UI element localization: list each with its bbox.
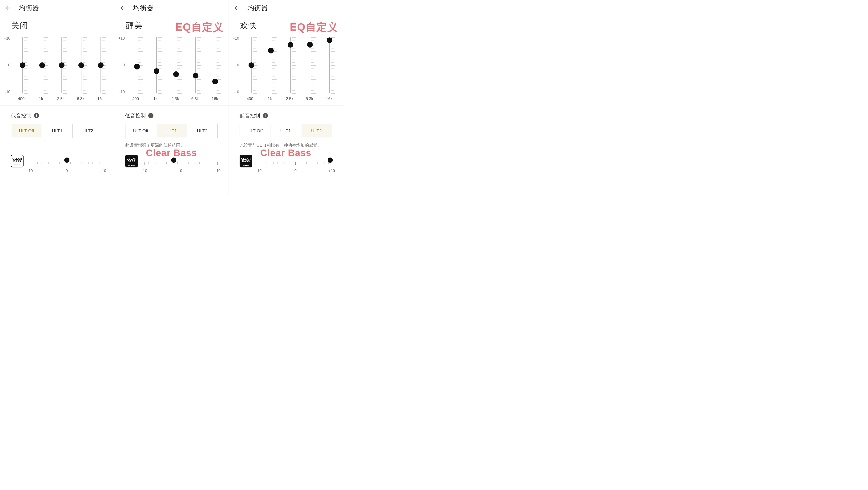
- info-icon[interactable]: i: [148, 113, 153, 118]
- eq-slider-knob[interactable]: [20, 62, 25, 68]
- bass-title: 低音控制: [11, 112, 32, 119]
- eq-band-label: 1k: [31, 95, 51, 101]
- eq-y-label: 0: [8, 63, 10, 67]
- bass-segmented-control: ULT OffULT1ULT2: [240, 124, 332, 138]
- eq-slider[interactable]: [149, 36, 164, 95]
- clear-bass-labels: -100+10: [240, 169, 332, 173]
- clear-bass-slider[interactable]: [30, 157, 103, 165]
- eq-y-labels: +100-10: [231, 36, 240, 95]
- annotation-eq-custom: EQ自定义: [175, 20, 224, 34]
- preset-name: 醇美: [126, 20, 143, 31]
- info-icon[interactable]: i: [34, 113, 39, 118]
- clear-bass-slider[interactable]: [145, 157, 218, 165]
- bass-section: 低音控制iULT OffULT1ULT2此设置增强了更深的低通范围。Clear …: [114, 106, 228, 173]
- bass-segment-ult2[interactable]: ULT2: [187, 124, 217, 138]
- eq-slider[interactable]: [264, 36, 278, 95]
- header: 均衡器: [114, 0, 228, 16]
- eq-slider[interactable]: [93, 36, 108, 95]
- bass-segmented-control: ULT OffULT1ULT2: [11, 124, 103, 138]
- eq-slider[interactable]: [169, 36, 183, 95]
- info-icon[interactable]: i: [263, 113, 268, 118]
- eq-y-label: 0: [123, 63, 125, 67]
- eq-slider-knob[interactable]: [154, 68, 159, 74]
- eq-slider[interactable]: [208, 36, 222, 95]
- clear-bass-labels: -100+10: [11, 169, 103, 173]
- eq-panel: +100-104001k2.5k6.3k16k: [0, 33, 114, 106]
- eq-slider[interactable]: [15, 36, 30, 95]
- clear-bass-icon: CLEARBASS: [125, 155, 138, 167]
- eq-slider[interactable]: [283, 36, 298, 95]
- eq-band-label: 6.3k: [185, 95, 205, 101]
- eq-slider-knob[interactable]: [193, 73, 198, 79]
- screen-pane: 均衡器醇美EQ自定义+100-104001k2.5k6.3k16k低音控制iUL…: [114, 0, 229, 193]
- eq-slider-knob[interactable]: [39, 62, 45, 68]
- eq-slider-knob[interactable]: [249, 62, 254, 68]
- eq-panel: +100-104001k2.5k6.3k16k: [114, 33, 228, 106]
- screen-pane: 均衡器欢快EQ自定义+100-104001k2.5k6.3k16k低音控制iUL…: [229, 0, 343, 193]
- bass-segment-ult2[interactable]: ULT2: [301, 124, 332, 138]
- eq-slider-knob[interactable]: [173, 71, 179, 77]
- clear-bass-label: +10: [211, 169, 220, 173]
- eq-band-label: 2.5k: [280, 95, 299, 101]
- eq-y-label: +10: [118, 36, 125, 40]
- page-title: 均衡器: [19, 3, 39, 12]
- eq-slider-knob[interactable]: [98, 62, 103, 68]
- bass-segment-ult1[interactable]: ULT1: [42, 124, 72, 138]
- clear-bass-label: 0: [291, 169, 300, 173]
- eq-slider-knob[interactable]: [288, 42, 293, 48]
- bass-segment-ult-off[interactable]: ULT Off: [240, 124, 271, 138]
- clear-bass-label: -10: [27, 169, 37, 173]
- eq-slider-knob[interactable]: [307, 42, 313, 48]
- bass-title: 低音控制: [240, 112, 260, 119]
- screen-pane: 均衡器关闭+100-104001k2.5k6.3k16k低音控制iULT Off…: [0, 0, 114, 193]
- bass-title: 低音控制: [125, 112, 146, 119]
- preset-name: 欢快: [240, 20, 257, 31]
- bass-segment-ult-off[interactable]: ULT Off: [11, 124, 42, 138]
- back-button[interactable]: [234, 4, 241, 12]
- eq-y-label: +10: [233, 36, 239, 40]
- bass-segment-ult-off[interactable]: ULT Off: [125, 124, 156, 138]
- eq-band-label: 16k: [319, 95, 339, 101]
- bass-segmented-control: ULT OffULT1ULT2: [125, 124, 218, 138]
- eq-band-label: 2.5k: [165, 95, 185, 101]
- eq-slider[interactable]: [188, 36, 203, 95]
- eq-slider[interactable]: [74, 36, 89, 95]
- preset-row: 醇美EQ自定义: [114, 16, 228, 33]
- bass-description: [11, 143, 103, 149]
- clear-bass-label: 0: [62, 169, 71, 173]
- eq-slider[interactable]: [35, 36, 50, 95]
- eq-slider-knob[interactable]: [212, 79, 218, 84]
- eq-band-label: 400: [11, 95, 31, 101]
- eq-slider[interactable]: [322, 36, 337, 95]
- eq-y-label: +10: [4, 36, 10, 40]
- eq-slider-knob[interactable]: [79, 62, 84, 68]
- eq-y-label: -10: [119, 90, 125, 94]
- eq-slider-knob[interactable]: [268, 48, 274, 54]
- eq-slider[interactable]: [130, 36, 144, 95]
- page-title: 均衡器: [133, 3, 154, 12]
- eq-slider[interactable]: [54, 36, 69, 95]
- eq-band-label: 6.3k: [71, 95, 91, 101]
- eq-band-label: 400: [240, 95, 260, 101]
- eq-band-label: 16k: [91, 95, 111, 101]
- back-button[interactable]: [5, 4, 12, 12]
- header: 均衡器: [229, 0, 343, 16]
- back-button[interactable]: [119, 4, 127, 12]
- bass-segment-ult1[interactable]: ULT1: [156, 124, 187, 138]
- eq-slider-knob[interactable]: [327, 37, 332, 43]
- clear-bass-label: 0: [177, 169, 186, 173]
- eq-band-label: 6.3k: [300, 95, 319, 101]
- bass-section: 低音控制iULT OffULT1ULT2CLEARBASS-100+10: [0, 106, 114, 173]
- bass-segment-ult2[interactable]: ULT2: [73, 124, 103, 138]
- eq-y-labels: +100-10: [2, 36, 11, 95]
- eq-band-label: 16k: [205, 95, 225, 101]
- bass-segment-ult1[interactable]: ULT1: [271, 124, 301, 138]
- page-title: 均衡器: [248, 3, 268, 12]
- clear-bass-slider[interactable]: [259, 157, 332, 165]
- eq-slider[interactable]: [244, 36, 259, 95]
- eq-band-label: 1k: [146, 95, 165, 101]
- bass-section: 低音控制iULT OffULT1ULT2此设置与ULT1相比有一种功率增加的感觉…: [229, 106, 343, 173]
- eq-slider-knob[interactable]: [59, 62, 64, 68]
- eq-slider[interactable]: [303, 36, 317, 95]
- eq-slider-knob[interactable]: [134, 64, 140, 69]
